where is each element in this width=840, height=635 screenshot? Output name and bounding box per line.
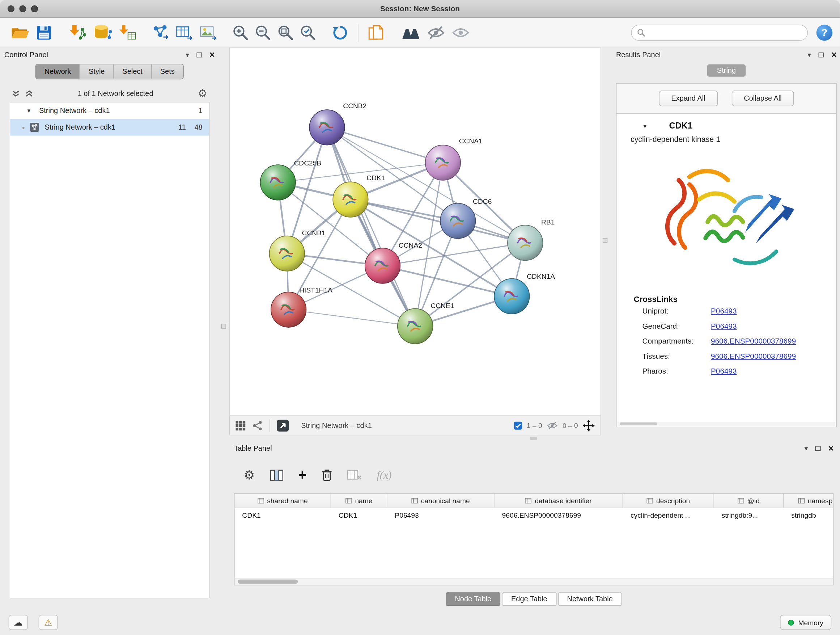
- panel-menu-icon[interactable]: ▾: [186, 51, 189, 58]
- column-header-name[interactable]: name: [331, 494, 387, 508]
- table-cell[interactable]: stringdb: [783, 511, 834, 519]
- node-CDC25B[interactable]: CDC25B: [260, 159, 321, 200]
- edge-CCNB2-CCNA1[interactable]: [327, 127, 443, 163]
- float-panel-icon[interactable]: [815, 446, 821, 450]
- section-expander-icon[interactable]: ▼: [642, 123, 647, 129]
- collapse-all-icon[interactable]: [12, 89, 20, 97]
- network-canvas[interactable]: CCNB2CCNA1CDC25BCDK1CDC6RB1CCNB1CCNA2CDK…: [229, 47, 601, 415]
- panel-menu-icon[interactable]: ▾: [807, 51, 811, 58]
- crosslink-link[interactable]: P06493: [711, 367, 737, 375]
- tab-network-table[interactable]: Network Table: [558, 592, 622, 606]
- delete-column-trash-icon[interactable]: [322, 469, 332, 481]
- show-columns-icon[interactable]: [270, 469, 283, 481]
- export-image-button[interactable]: [196, 21, 219, 44]
- tab-edge-table[interactable]: Edge Table: [502, 592, 556, 606]
- crosslink-link[interactable]: 9606.ENSP00000378699: [711, 337, 796, 345]
- network-row-selected[interactable]: ● String Network – cdk1 11 48: [10, 119, 209, 136]
- collapse-all-button[interactable]: Collapse All: [731, 90, 794, 106]
- open-session-button[interactable]: [8, 21, 33, 44]
- save-session-button[interactable]: [33, 21, 55, 44]
- birds-eye-grid-icon[interactable]: [235, 420, 246, 431]
- table-row[interactable]: CDK1CDK1P064939606.ENSP00000378699cyclin…: [235, 508, 833, 523]
- table-cell[interactable]: cyclin-dependent ...: [623, 511, 714, 519]
- table-cell[interactable]: CDK1: [331, 511, 387, 519]
- import-network-file-button[interactable]: [65, 21, 90, 44]
- duplicate-document-button[interactable]: [365, 21, 388, 44]
- table-cell[interactable]: P06493: [387, 511, 494, 519]
- scrollbar-thumb[interactable]: [238, 580, 298, 584]
- selected-checkbox-icon[interactable]: [514, 421, 523, 430]
- gear-icon[interactable]: ⚙: [198, 88, 208, 99]
- column-header-namespace[interactable]: namespace: [783, 494, 834, 508]
- node-CDKN1A[interactable]: CDKN1A: [494, 272, 555, 314]
- zoom-in-button[interactable]: [229, 21, 252, 44]
- import-table-button[interactable]: [115, 21, 139, 44]
- splitter-handle[interactable]: [603, 238, 607, 242]
- float-panel-icon[interactable]: [819, 52, 824, 57]
- help-button[interactable]: ?: [816, 24, 832, 40]
- crosslink-link[interactable]: 9606.ENSP00000378699: [711, 352, 796, 360]
- network-from-selection-button[interactable]: [149, 21, 172, 44]
- column-header-canonical-name[interactable]: canonical name: [387, 494, 494, 508]
- node-HIST1H1A[interactable]: HIST1H1A: [271, 287, 332, 327]
- crosslink-link[interactable]: P06493: [711, 321, 737, 330]
- show-graphics-button[interactable]: [448, 21, 473, 44]
- export-view-icon[interactable]: [276, 419, 289, 432]
- tree-expander-icon[interactable]: ▼: [27, 108, 32, 114]
- crosslink-row: Uniprot:P06493: [616, 303, 836, 318]
- panel-menu-icon[interactable]: ▾: [804, 445, 808, 451]
- table-cell[interactable]: stringdb:9...: [714, 511, 784, 519]
- crosslink-link[interactable]: P06493: [711, 307, 737, 315]
- card-hscrollbar[interactable]: [617, 422, 835, 425]
- column-header--id[interactable]: @id: [714, 494, 784, 508]
- float-panel-icon[interactable]: [197, 52, 202, 57]
- table-cell[interactable]: 9606.ENSP00000378699: [494, 511, 623, 519]
- import-network-database-button[interactable]: [90, 21, 115, 44]
- edge-CCNA2-CDKN1A[interactable]: [383, 266, 512, 296]
- close-panel-icon[interactable]: ×: [828, 443, 834, 453]
- splitter-handle[interactable]: [221, 324, 226, 328]
- network-share-icon[interactable]: [252, 420, 263, 431]
- close-panel-icon[interactable]: ×: [210, 50, 215, 59]
- node-CDK1[interactable]: CDK1: [333, 174, 385, 217]
- column-header-shared-name[interactable]: shared name: [235, 494, 332, 508]
- table-options-gear-icon[interactable]: ⚙: [244, 469, 255, 481]
- export-table-button[interactable]: [172, 21, 196, 44]
- edge-CCNB2-CCNE1[interactable]: [327, 127, 415, 326]
- zoom-fit-button[interactable]: [274, 21, 297, 44]
- warnings-button[interactable]: ⚠: [39, 615, 58, 630]
- edge-HIST1H1A-CCNE1[interactable]: [289, 310, 415, 326]
- cloud-status-button[interactable]: ☁: [9, 615, 28, 630]
- search-input[interactable]: [649, 28, 802, 36]
- node-CCNA1[interactable]: CCNA1: [425, 137, 483, 180]
- refresh-layout-button[interactable]: [329, 21, 351, 44]
- graphics-details-button[interactable]: [398, 21, 424, 44]
- splitter-handle[interactable]: [530, 437, 538, 440]
- close-panel-icon[interactable]: ×: [831, 50, 837, 59]
- hidden-eye-slash-icon[interactable]: [546, 421, 559, 431]
- tab-string[interactable]: String: [707, 65, 745, 77]
- toolbar-search[interactable]: [631, 24, 808, 40]
- tab-node-table[interactable]: Node Table: [446, 592, 500, 606]
- network-collection-row[interactable]: ▼ String Network – cdk1 1: [10, 103, 209, 119]
- column-header-database-identifier[interactable]: database identifier: [494, 494, 623, 508]
- zoom-selected-button[interactable]: [297, 21, 319, 44]
- expand-all-icon[interactable]: [25, 89, 33, 97]
- node-RB1[interactable]: RB1: [508, 219, 554, 261]
- zoom-out-button[interactable]: [252, 21, 274, 44]
- expand-all-button[interactable]: Expand All: [659, 90, 718, 106]
- table-cell[interactable]: CDK1: [235, 511, 332, 519]
- hide-graphics-button[interactable]: [424, 21, 448, 44]
- node-label-CCNA2: CCNA2: [399, 241, 422, 249]
- memory-button[interactable]: Memory: [780, 615, 831, 630]
- tab-select[interactable]: Select: [113, 65, 151, 79]
- add-column-button[interactable]: +: [298, 468, 306, 482]
- node-CCNB1[interactable]: CCNB1: [270, 229, 325, 271]
- column-header-description[interactable]: description: [623, 494, 714, 508]
- tab-style[interactable]: Style: [80, 65, 113, 79]
- tab-sets[interactable]: Sets: [151, 65, 183, 79]
- pan-crosshair-icon[interactable]: [583, 419, 595, 432]
- tab-network[interactable]: Network: [36, 65, 80, 79]
- node-CCNB2[interactable]: CCNB2: [309, 102, 366, 145]
- table-hscrollbar[interactable]: [235, 578, 833, 585]
